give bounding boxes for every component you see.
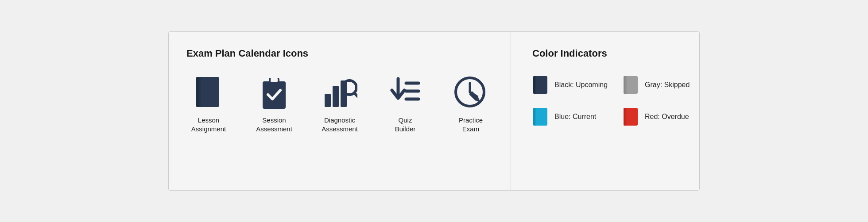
practice-exam-icon [453, 75, 488, 111]
indicators-grid: Black: Upcoming Gray: Skipped Blue: Cu [532, 75, 700, 126]
right-panel-title: Color Indicators [532, 48, 700, 59]
icons-row: LessonAssignment SessionAssessment [186, 75, 493, 134]
lesson-assignment-label: LessonAssignment [191, 116, 226, 134]
svg-rect-6 [325, 94, 331, 107]
session-assessment-label: SessionAssessment [256, 116, 292, 134]
svg-rect-22 [535, 76, 536, 94]
svg-rect-5 [271, 78, 278, 82]
lesson-assignment-icon [191, 75, 226, 111]
main-card: Exam Plan Calendar Icons LessonAssignmen… [168, 31, 700, 191]
svg-rect-31 [625, 108, 627, 126]
svg-rect-3 [263, 81, 286, 109]
gray-skipped-label: Gray: Skipped [645, 81, 690, 89]
quiz-builder-label: QuizBuilder [395, 116, 416, 134]
left-panel-title: Exam Plan Calendar Icons [186, 48, 493, 59]
svg-rect-7 [333, 86, 339, 107]
practice-exam-label: PracticeExam [459, 116, 483, 134]
quiz-builder-icon [388, 75, 423, 111]
icon-item-practice-exam: PracticeExam [449, 75, 493, 134]
svg-rect-28 [535, 108, 536, 126]
red-book-icon [623, 107, 639, 126]
black-book-icon [532, 75, 548, 95]
indicator-black-upcoming: Black: Upcoming [532, 75, 612, 95]
blue-book-icon [532, 107, 548, 126]
red-overdue-label: Red: Overdue [645, 113, 689, 121]
indicator-gray-skipped: Gray: Skipped [623, 75, 700, 95]
icon-item-lesson-assignment: LessonAssignment [186, 75, 231, 134]
left-panel: Exam Plan Calendar Icons LessonAssignmen… [169, 32, 511, 190]
icon-item-session-assessment: SessionAssessment [252, 75, 296, 134]
diagnostic-assessment-label: DiagnosticAssessment [322, 116, 358, 134]
icon-item-diagnostic-assessment: DiagnosticAssessment [318, 75, 362, 134]
session-assessment-icon [256, 75, 292, 111]
indicator-blue-current: Blue: Current [532, 107, 612, 126]
indicator-red-overdue: Red: Overdue [623, 107, 700, 126]
gray-book-icon [623, 75, 639, 95]
svg-line-10 [354, 93, 357, 97]
svg-rect-2 [199, 77, 201, 107]
blue-current-label: Blue: Current [554, 113, 596, 121]
right-panel: Color Indicators Black: Upcoming Gray: S [511, 32, 700, 190]
icon-item-quiz-builder: QuizBuilder [383, 75, 427, 134]
diagnostic-assessment-icon [322, 75, 357, 111]
black-upcoming-label: Black: Upcoming [554, 81, 608, 89]
svg-rect-25 [625, 76, 627, 94]
